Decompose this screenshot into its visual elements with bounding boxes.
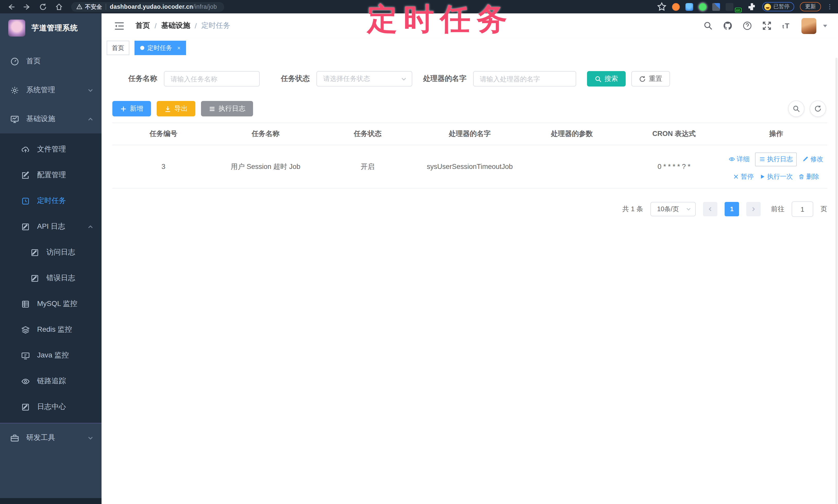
exec-log-button[interactable]: 执行日志 (201, 101, 253, 116)
detail-link[interactable]: 详细 (729, 155, 750, 164)
col-job-status: 任务状态 (317, 123, 419, 145)
java-monitor-icon (21, 351, 30, 360)
extension-icon-orange[interactable] (672, 3, 680, 11)
download-icon (164, 105, 171, 112)
refresh-table-button[interactable] (810, 101, 826, 117)
sidebar-item-api-log[interactable]: API 日志 (0, 214, 102, 239)
sidebar-item-log-center[interactable]: 日志中心 (0, 394, 102, 420)
edit-link[interactable]: 修改 (803, 155, 823, 164)
sidebar-item-error-log[interactable]: 错误日志 (0, 265, 102, 291)
breadcrumb-home[interactable]: 首页 (136, 21, 150, 30)
bookmark-star-icon[interactable] (657, 2, 666, 11)
pause-icon (733, 174, 739, 180)
search-icon (793, 105, 800, 112)
browser-back-icon[interactable] (7, 3, 15, 11)
next-page-button[interactable] (746, 202, 761, 216)
sidebar-item-java-monitor[interactable]: Java 监控 (0, 343, 102, 368)
chevron-down-icon (88, 435, 93, 440)
browser-chrome: 不安全 dashboard.yudao.iocoder.cn/infra/job… (0, 0, 838, 13)
sidebar-item-label: 系统管理 (26, 86, 55, 95)
profile-emoji-avatar (764, 3, 771, 10)
sidebar-item-mysql-monitor[interactable]: MySQL 监控 (0, 291, 102, 317)
tab-scheduled-jobs[interactable]: 定时任务 × (135, 41, 186, 55)
app-title: 芋道管理系统 (32, 23, 78, 33)
app-logo-row[interactable]: 芋道管理系统 (0, 13, 102, 43)
breadcrumb-infra[interactable]: 基础设施 (161, 21, 190, 30)
search-button[interactable]: 搜索 (587, 71, 626, 87)
browser-profile-chip[interactable]: 已暂停 (762, 2, 794, 11)
browser-update-button[interactable]: 更新 (800, 2, 821, 11)
app-logo (8, 20, 25, 37)
fullscreen-icon[interactable] (762, 21, 771, 30)
chevron-left-icon (708, 206, 713, 212)
sidebar-item-config-mgmt[interactable]: 配置管理 (0, 162, 102, 188)
prev-page-button[interactable] (703, 202, 717, 216)
extensions-puzzle-icon[interactable] (747, 2, 756, 11)
sidebar-item-redis-monitor[interactable]: Redis 监控 (0, 317, 102, 343)
extension-on-badge: on (735, 8, 741, 12)
tab-close-icon[interactable]: × (177, 45, 181, 51)
toggle-search-button[interactable] (788, 101, 804, 117)
export-button[interactable]: 导出 (157, 101, 195, 116)
user-avatar[interactable] (801, 18, 816, 34)
reset-button[interactable]: 重置 (631, 71, 670, 87)
sidebar-item-access-log[interactable]: 访问日志 (0, 239, 102, 265)
breadcrumb-current: 定时任务 (202, 21, 230, 30)
extension-icon-blue[interactable] (685, 3, 693, 11)
gear-icon (10, 86, 19, 94)
job-name-input[interactable] (164, 71, 260, 87)
font-size-icon[interactable]: tT (782, 21, 791, 30)
handler-label: 处理器的名字 (423, 74, 467, 84)
active-tab-dot (140, 46, 144, 50)
page-size-select[interactable]: 10条/页 (650, 202, 696, 216)
col-job-id: 任务编号 (112, 123, 214, 145)
trash-icon (799, 174, 805, 180)
extension-icon-green[interactable] (699, 3, 706, 11)
collapse-sidebar-icon[interactable] (115, 21, 124, 30)
job-name-label: 任务名称 (128, 74, 157, 84)
jobs-table: 任务编号 任务名称 任务状态 处理器的名字 处理器的参数 CRON 表达式 操作… (112, 123, 827, 188)
goto-label: 前往 (771, 204, 784, 214)
sidebar-item-home[interactable]: 首页 (0, 47, 102, 76)
goto-page-input[interactable] (792, 201, 813, 217)
help-icon[interactable] (743, 21, 752, 30)
add-button[interactable]: 新增 (112, 101, 151, 116)
plus-icon (120, 105, 127, 112)
pause-link[interactable]: 暂停 (733, 172, 754, 181)
delete-link[interactable]: 删除 (799, 172, 819, 181)
job-status-select[interactable]: 请选择任务状态 (316, 71, 412, 87)
total-count: 共 1 条 (622, 204, 643, 214)
profile-label: 已暂停 (773, 3, 789, 10)
cloud-upload-icon (21, 145, 30, 154)
browser-menu-icon[interactable]: ⋮ (827, 3, 833, 10)
browser-forward-icon[interactable] (23, 3, 31, 11)
sidebar-item-label: 日志中心 (37, 402, 66, 412)
github-icon[interactable] (723, 21, 732, 30)
tab-home[interactable]: 首页 (107, 41, 129, 55)
chevron-up-icon (88, 224, 93, 230)
sidebar-item-scheduled-jobs[interactable]: 定时任务 (0, 188, 102, 214)
page-1-button[interactable]: 1 (724, 202, 739, 216)
sidebar-item-tracing[interactable]: 链路追踪 (0, 368, 102, 394)
extension-icon-script[interactable] (726, 3, 733, 11)
avatar-caret-icon[interactable] (823, 23, 828, 28)
sidebar-item-file-mgmt[interactable]: 文件管理 (0, 137, 102, 162)
browser-reload-icon[interactable] (39, 3, 47, 11)
run-once-link[interactable]: 执行一次 (760, 172, 793, 181)
cell-job-id: 3 (112, 145, 214, 188)
row-exec-log-link[interactable]: 执行日志 (755, 152, 797, 166)
browser-home-icon[interactable] (55, 3, 63, 11)
sidebar-item-infra[interactable]: 基础设施 (0, 105, 102, 133)
extension-icon-grid[interactable] (712, 3, 720, 11)
url-text: dashboard.yudao.iocoder.cn/infra/job (110, 4, 217, 10)
sidebar-item-system[interactable]: 系统管理 (0, 76, 102, 105)
sidebar: 芋道管理系统 首页 系统管理 基础设施 文件管理 配置管理 (0, 13, 102, 504)
sidebar-item-label: Redis 监控 (37, 325, 72, 334)
sidebar-item-devtools[interactable]: 研发工具 (0, 423, 102, 452)
handler-input[interactable] (473, 71, 576, 87)
search-icon[interactable] (703, 21, 713, 30)
address-bar[interactable]: 不安全 dashboard.yudao.iocoder.cn/infra/job (71, 2, 224, 12)
page-scrollbar[interactable] (835, 58, 837, 504)
table-row: 3 用户 Session 超时 Job 开启 sysUserSessionTim… (112, 145, 827, 188)
eye-icon (21, 377, 30, 385)
